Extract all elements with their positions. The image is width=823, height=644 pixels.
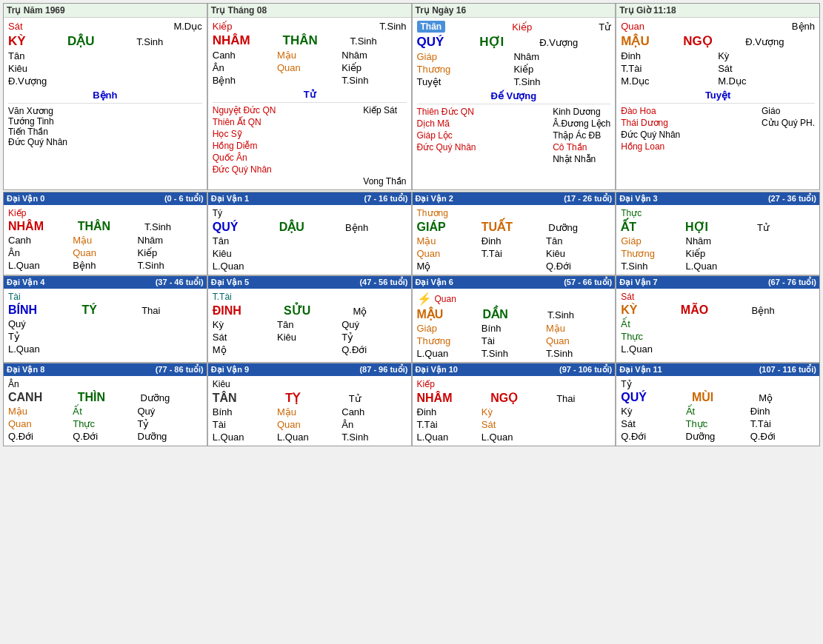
- tru-gio: Trụ Giờ 11:18 Quan Bệnh MẬU NGỌ Đ.Vượng …: [616, 4, 819, 189]
- dv10-header: Đại Vận 10 (97 - 106 tuổi): [413, 363, 616, 376]
- dv6-header: Đại Vận 6 (57 - 66 tuổi): [413, 276, 616, 289]
- dv6: Đại Vận 6 (57 - 66 tuổi) ⚡ Quan MẬU DẦN …: [413, 276, 616, 362]
- tru-nam-header: Trụ Năm 1969: [4, 4, 207, 18]
- tru-gio-header: Trụ Giờ 11:18: [616, 4, 819, 18]
- tru-thang-header: Trụ Tháng 08: [208, 4, 411, 18]
- dv1: Đại Vận 1 (7 - 16 tuổi) Tý QUÝ DẬU Bệnh …: [208, 192, 411, 275]
- hoi-label: HỢI: [479, 34, 536, 50]
- dv2: Đại Vận 2 (17 - 26 tuổi) Thương GIÁP TUẤ…: [413, 192, 616, 275]
- main-container: Trụ Năm 1969 Sát M.Dục KỲ DẬU T.Sinh Tân…: [3, 3, 820, 446]
- sat-label: Sát: [8, 21, 73, 32]
- ngo-label: NGỌ: [683, 33, 742, 49]
- tsinh-label: T.Sinh: [136, 36, 202, 47]
- benh-status: Bệnh: [8, 90, 202, 101]
- ky-label: KỲ: [8, 34, 64, 49]
- special-list-nam: Văn Xương Tướng Tinh Tiến Thần Đức Quý N…: [8, 106, 202, 147]
- dv10: Đại Vận 10 (97 - 106 tuổi) Kiếp NHÂM NGỌ…: [413, 363, 616, 446]
- than-badge: Thân: [417, 21, 446, 33]
- tu-status: Tử: [213, 89, 407, 100]
- dv8: Đại Vận 8 (77 - 86 tuổi) Ân CANH THÌN Dư…: [4, 363, 207, 446]
- dai-van-grid: Đại Vận 0 (0 - 6 tuổi) Kiếp NHÂM THÂN T.…: [3, 192, 820, 446]
- special-list-thang: Nguyệt Đức QN Kiếp Sát Thiên Ất QN Học S…: [213, 105, 407, 187]
- dv9-header: Đại Vận 9 (87 - 96 tuổi): [208, 363, 411, 376]
- dv11: Đại Vận 11 (107 - 116 tuổi) Tỷ QUÝ MÙI M…: [616, 363, 819, 446]
- quy-label: QUÝ: [417, 35, 477, 50]
- dv1-header: Đại Vận 1 (7 - 16 tuổi): [208, 192, 411, 205]
- dv11-header: Đại Vận 11 (107 - 116 tuổi): [616, 363, 819, 376]
- kieu-label: Kiêu: [8, 63, 27, 74]
- special-list-gio: Đào Hoa Giáo Thái Dương Cửu Quý PH. Đức …: [621, 106, 815, 152]
- tru-ngay-header: Trụ Ngày 16: [413, 4, 616, 18]
- dv4: Đại Vận 4 (37 - 46 tuổi) Tài BÍNH TÝ Tha…: [4, 276, 207, 362]
- pillar-grid: Trụ Năm 1969 Sát M.Dục KỲ DẬU T.Sinh Tân…: [3, 3, 820, 190]
- dv9: Đại Vận 9 (87 - 96 tuổi) Kiêu TÂN TỴ Tử …: [208, 363, 411, 446]
- dv5: Đại Vận 5 (47 - 56 tuổi) T.Tài ĐINH SỬU …: [208, 276, 411, 362]
- tan-label: Tân: [8, 50, 24, 61]
- dv3: Đại Vận 3 (27 - 36 tuổi) Thực ẤT HỢI Tử …: [616, 192, 819, 275]
- dau-label: DẬU: [67, 33, 133, 49]
- dv8-header: Đại Vận 8 (77 - 86 tuổi): [4, 363, 207, 376]
- dv5-header: Đại Vận 5 (47 - 56 tuổi): [208, 276, 411, 289]
- dvuong-label: Đ.Vượng: [8, 76, 47, 87]
- special-list-ngay: Thiên Đức QN Kinh Dương Dịch Mã Â.Đương …: [417, 107, 611, 164]
- nham-label: NHÂM: [213, 33, 280, 48]
- mau-label: MẬU: [621, 33, 680, 49]
- mduc-label: M.Dục: [138, 21, 202, 32]
- tru-ngay: Trụ Ngày 16 Thân Kiếp Tử QUÝ HỢI Đ.Vượng…: [413, 4, 616, 189]
- dv7-header: Đại Vận 7 (67 - 76 tuổi): [616, 276, 819, 289]
- tuyet-status: Tuyệt: [621, 90, 815, 101]
- dv2-header: Đại Vận 2 (17 - 26 tuổi): [413, 192, 616, 205]
- dv7: Đại Vận 7 (67 - 76 tuổi) Sát KỲ MÃO Bệnh…: [616, 276, 819, 362]
- lightning-icon: ⚡: [417, 292, 432, 306]
- dv3-header: Đại Vận 3 (27 - 36 tuổi): [616, 192, 819, 205]
- devuong-status: Đế Vượng: [417, 90, 611, 101]
- tru-thang: Trụ Tháng 08 Kiếp T.Sinh NHÂM THÂN T.Sin…: [208, 4, 411, 189]
- dv0-header: Đại Vận 0 (0 - 6 tuổi): [4, 192, 207, 205]
- than-label: THÂN: [283, 33, 347, 48]
- dv4-header: Đại Vận 4 (37 - 46 tuổi): [4, 276, 207, 289]
- dv0: Đại Vận 0 (0 - 6 tuổi) Kiếp NHÂM THÂN T.…: [4, 192, 207, 275]
- tru-nam: Trụ Năm 1969 Sát M.Dục KỲ DẬU T.Sinh Tân…: [4, 4, 207, 189]
